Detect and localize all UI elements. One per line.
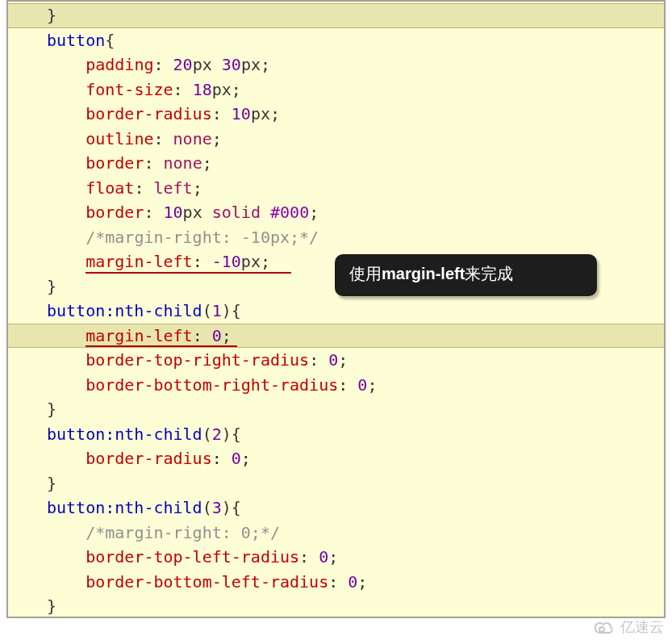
code-line: /*margin-right: 0;*/ <box>47 521 664 546</box>
code-line: button{ <box>47 28 664 53</box>
code-line: } <box>47 471 664 496</box>
code-line: float: left; <box>47 176 664 201</box>
code-line: button:nth-child(2){ <box>47 422 664 447</box>
tooltip-bold: margin-left <box>382 265 465 282</box>
code-line: /*margin-right: -10px;*/ <box>47 225 664 250</box>
code-line: border-top-left-radius: 0; <box>47 545 664 570</box>
code-line: border-radius: 0; <box>47 446 664 471</box>
code-line: outline: none; <box>47 127 664 152</box>
code-line: font-size: 18px; <box>47 77 664 102</box>
watermark-text: 亿速云 <box>620 615 664 640</box>
code-frame: } button{ padding: 20px 30px; font-size:… <box>6 0 666 618</box>
code-line: border-radius: 10px; <box>47 102 664 127</box>
cloud-icon <box>593 619 616 635</box>
code-line: padding: 20px 30px; <box>47 52 664 77</box>
code-line: button:nth-child(1){ <box>47 299 664 324</box>
code-line: border-bottom-left-radius: 0; <box>47 570 664 595</box>
code-line: } <box>47 397 664 422</box>
code-block: } button{ padding: 20px 30px; font-size:… <box>8 2 664 618</box>
code-line: border: none; <box>47 151 664 176</box>
tooltip-text: 使用 <box>349 265 382 282</box>
tooltip-text: 来完成 <box>465 265 513 282</box>
code-line: } <box>47 3 664 28</box>
code-line: border-top-right-radius: 0; <box>47 348 664 373</box>
code-line: border-bottom-right-radius: 0; <box>47 373 664 398</box>
watermark: 亿速云 <box>593 615 664 640</box>
code-line: button:nth-child(3){ <box>47 496 664 521</box>
svg-point-0 <box>599 627 604 632</box>
code-line: margin-left: 0; <box>47 324 664 349</box>
code-line: } <box>47 594 664 618</box>
annotation-tooltip: 使用margin-left来完成 <box>335 254 597 296</box>
code-line: border: 10px solid #000; <box>47 200 664 225</box>
